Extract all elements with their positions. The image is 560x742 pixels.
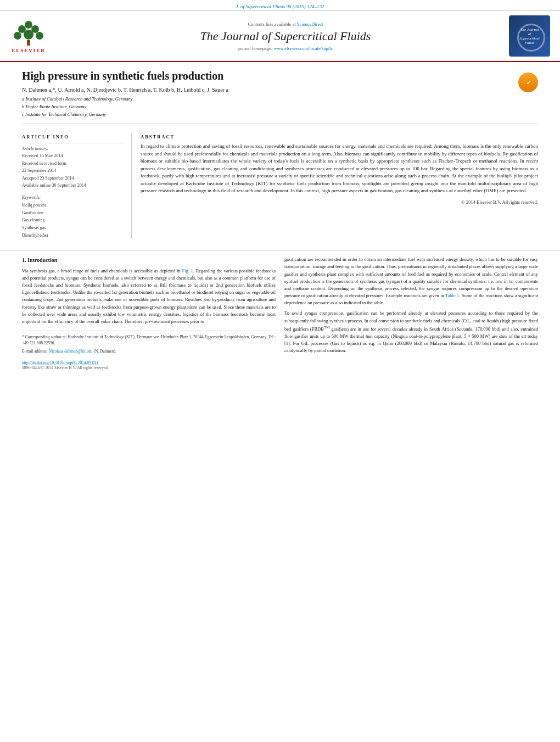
journal-top-bar: J. of Supercritical Fluids 96 (2015) 124… (0, 0, 560, 11)
received-revised: Received in revised form22 September 201… (22, 160, 124, 175)
history-label: Article history: (22, 146, 124, 151)
article-info-abstract-columns: ARTICLE INFO Article history: Received 1… (22, 129, 538, 239)
body-text-columns: 1. Introduction Via synthesis gas, a bro… (0, 256, 560, 358)
journal-header: ELSEVIER Contents lists available at Sci… (0, 11, 560, 62)
issn-text: 0896-8446/© 2014 Elsevier B.V. All right… (22, 365, 109, 370)
journal-reference: J. of Supercritical Fluids 96 (2015) 124… (236, 4, 324, 9)
keywords-section: Keywords: bioliq process Gasification Ga… (22, 195, 124, 239)
article-title-left: High pressure in synthetic fuels product… (22, 70, 513, 118)
crossmark-icon: ✓ (518, 72, 538, 92)
affiliations: a Institute of Catalysis Research and Te… (22, 96, 513, 118)
bottom-bar: http://dx.doi.org/10.1016/j.supflu.2014.… (0, 358, 560, 373)
body-col2-para1: gasification are recommended in order to… (284, 256, 538, 306)
email-footnote: E-mail address: Nicolaus.dahmen@kit.edu … (22, 348, 276, 354)
article-info-heading: ARTICLE INFO (22, 134, 124, 140)
sciencedirect-link[interactable]: ScienceDirect (297, 21, 323, 27)
accepted-date: Accepted 23 September 2014 (22, 175, 124, 182)
supercritical-fluids-logo: The JournalofSupercriticalFluids (509, 15, 550, 57)
body-col-left: 1. Introduction Via synthesis gas, a bro… (22, 256, 276, 358)
journal-title: The Journal of Supercritical Fluids (70, 29, 501, 43)
abstract-column: ABSTRACT In regard to climate protection… (141, 134, 538, 239)
keywords-label: Keywords: (22, 195, 124, 200)
received-date: Received 16 May 2014 (22, 153, 124, 160)
keyword-1: Gasification (22, 209, 124, 217)
affiliation-b: b Engler Bunte Institute, Germany (22, 103, 513, 110)
article-dates: Received 16 May 2014 Received in revised… (22, 153, 124, 189)
journal-title-area: Contents lists available at ScienceDirec… (70, 21, 501, 51)
fig1-link[interactable]: Fig. 1 (182, 268, 193, 274)
keywords-list: bioliq process Gasification Gas cleaning… (22, 202, 124, 239)
footnotes-section: * Corresponding author at: Karlsruhe Ins… (22, 331, 276, 354)
doi-link[interactable]: http://dx.doi.org/10.1016/j.supflu.2014.… (22, 360, 98, 365)
authors-line: N. Dahmen a,*, U. Arnold a, N. Djordjevi… (22, 87, 513, 93)
svg-point-4 (14, 32, 21, 40)
publisher-logo-area: ELSEVIER (10, 19, 70, 53)
svg-point-6 (36, 32, 43, 40)
journal-homepage: journal homepage: www.elsevier.com/locat… (70, 46, 501, 51)
svg-rect-7 (27, 40, 30, 46)
corresponding-author-footnote: * Corresponding author at: Karlsruhe Ins… (22, 334, 276, 347)
svg-point-1 (25, 21, 32, 29)
article-info-column: ARTICLE INFO Article history: Received 1… (22, 134, 132, 239)
available-date: Available online 30 September 2014 (22, 182, 124, 189)
section1-title: 1. Introduction (22, 256, 276, 265)
journal-homepage-link[interactable]: www.elsevier.com/locate/supflu (273, 46, 333, 51)
body-col1-para1: Via synthesis gas, a broad range of fuel… (22, 267, 276, 325)
affiliation-a: a Institute of Catalysis Research and Te… (22, 96, 513, 103)
body-col-right: gasification are recommended in order to… (284, 256, 538, 358)
keyword-2: Gas cleaning (22, 216, 124, 224)
elsevier-text: ELSEVIER (12, 48, 46, 53)
elsevier-tree-icon (10, 19, 47, 47)
section-divider (0, 250, 560, 250)
article-title: High pressure in synthetic fuels product… (22, 70, 513, 82)
crossmark-badge: ✓ (518, 72, 538, 92)
elsevier-logo: ELSEVIER (10, 19, 47, 53)
affiliation-c: c Institute for Technical Chemistry, Ger… (22, 111, 513, 118)
keyword-0: bioliq process (22, 202, 124, 209)
journal-logo-right: The JournalofSupercriticalFluids (501, 15, 550, 57)
abstract-text: In regard to climate protection and savi… (141, 143, 538, 195)
copyright-notice: © 2014 Elsevier B.V. All rights reserved… (141, 199, 538, 205)
keyword-4: Dimethyl ether (22, 232, 124, 239)
article-info-box: Article history: Received 16 May 2014 Re… (22, 143, 124, 189)
body-col2-para2: To avoid syngas compression, gasificatio… (284, 310, 538, 354)
contents-line: Contents lists available at ScienceDirec… (70, 21, 501, 27)
svg-point-5 (24, 30, 33, 40)
email-link[interactable]: Nicolaus.dahmen@kit.edu (49, 349, 93, 354)
article-title-section: High pressure in synthetic fuels product… (22, 70, 538, 124)
article-main: High pressure in synthetic fuels product… (0, 62, 560, 244)
table1-link[interactable]: Table 1 (445, 293, 459, 298)
abstract-heading: ABSTRACT (141, 134, 538, 140)
supercritical-logo-text: The JournalofSupercriticalFluids (519, 27, 539, 45)
keyword-3: Synthesis gas (22, 224, 124, 232)
